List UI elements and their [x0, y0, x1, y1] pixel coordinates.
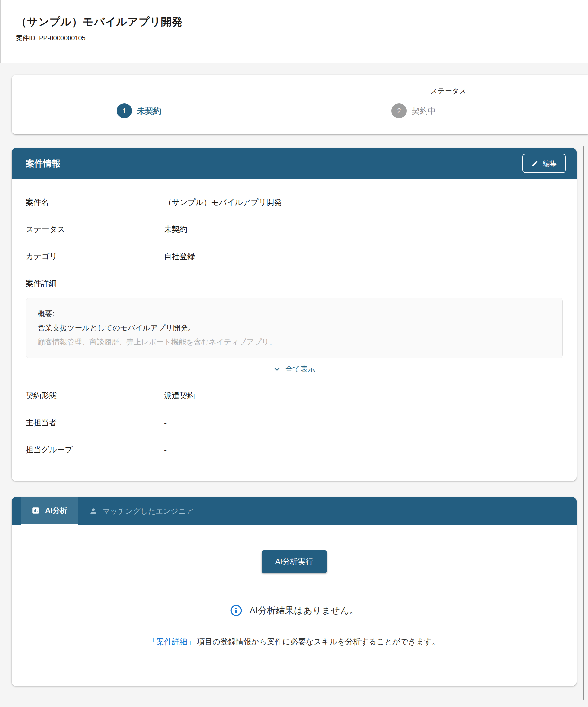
step-1-circle: 1	[117, 103, 132, 119]
edit-button-label: 編集	[543, 159, 557, 168]
field-label: カテゴリ	[26, 251, 164, 262]
step-2-label: 契約中	[412, 105, 436, 116]
detail-line-truncated: 顧客情報管理、商談履歴、売上レポート機能を含むネイティブアプリ。	[38, 335, 551, 349]
field-label: 主担当者	[26, 417, 164, 428]
pencil-icon	[531, 160, 538, 167]
stepper-label: ステータス	[430, 86, 466, 96]
stepper-row: 1 未契約 2 契約中	[117, 103, 588, 119]
hint-row: 「案件詳細」項目の登録情報から案件に必要なスキルを分析することができます。	[149, 637, 439, 647]
stepper-connector	[446, 111, 588, 111]
step-2-circle: 2	[391, 103, 406, 119]
panel-title: 案件情報	[26, 158, 522, 169]
field-label: 契約形態	[26, 390, 164, 401]
detail-box: 概要: 営業支援ツールとしてのモバイルアプリ開発。 顧客情報管理、商談履歴、売上…	[26, 298, 563, 358]
project-info-body: 案件名 （サンプル）モバイルアプリ開発 ステータス 未契約 カテゴリ 自社登録 …	[11, 179, 577, 481]
analytics-icon	[32, 506, 40, 515]
detail-line: 営業支援ツールとしてのモバイルアプリ開発。	[38, 321, 551, 335]
field-row-contract-type: 契約形態 派遣契約	[26, 390, 563, 401]
field-row-status: ステータス 未契約	[26, 224, 563, 235]
tab-ai-analysis[interactable]: AI分析	[21, 497, 78, 525]
hint-text: 項目の登録情報から案件に必要なスキルを分析することができます。	[197, 637, 439, 646]
ai-analysis-tab-body: AI分析実行 AI分析結果はありません。 「案件詳細」項目の登録情報から案件に必…	[11, 525, 577, 647]
scrollbar-thumb[interactable]	[583, 146, 584, 700]
field-row-category: カテゴリ 自社登録	[26, 251, 563, 262]
tab-matched-engineers[interactable]: マッチングしたエンジニア	[78, 497, 204, 525]
field-label: 担当グループ	[26, 444, 164, 455]
field-value: 派遣契約	[164, 390, 563, 401]
info-icon	[230, 604, 242, 617]
step-1-label[interactable]: 未契約	[137, 105, 161, 116]
show-all-label: 全て表示	[285, 364, 315, 374]
tab-bar: AI分析 マッチングしたエンジニア	[11, 497, 577, 525]
field-row-group: 担当グループ -	[26, 444, 563, 455]
show-all-link[interactable]: 全て表示	[26, 364, 563, 374]
field-row-main-person: 主担当者 -	[26, 417, 563, 428]
page-header: （サンプル）モバイルアプリ開発 案件ID: PP-0000000105	[0, 0, 588, 63]
case-id: 案件ID: PP-0000000105	[16, 34, 588, 42]
field-value: 自社登録	[164, 251, 563, 262]
detail-line: 概要:	[38, 307, 551, 321]
detail-section: 案件詳細 概要: 営業支援ツールとしてのモバイルアプリ開発。 顧客情報管理、商談…	[26, 278, 563, 374]
field-value: 未契約	[164, 224, 563, 235]
page-title: （サンプル）モバイルアプリ開発	[16, 15, 588, 29]
field-row-name: 案件名 （サンプル）モバイルアプリ開発	[26, 197, 563, 208]
field-value: -	[164, 444, 563, 455]
person-icon	[89, 507, 97, 515]
field-label: ステータス	[26, 224, 164, 235]
empty-result-text: AI分析結果はありません。	[249, 604, 358, 617]
field-label: 案件名	[26, 197, 164, 208]
detail-field-link[interactable]: 「案件詳細」	[149, 637, 195, 646]
field-value: （サンプル）モバイルアプリ開発	[164, 197, 563, 208]
chevron-down-icon	[273, 365, 281, 373]
field-value: -	[164, 417, 563, 428]
page: （サンプル）モバイルアプリ開発 案件ID: PP-0000000105 ステータ…	[0, 0, 588, 707]
stepper-connector	[170, 111, 383, 111]
detail-label: 案件詳細	[26, 278, 563, 289]
edit-button[interactable]: 編集	[522, 154, 566, 173]
status-stepper-card: ステータス 1 未契約 2 契約中	[11, 75, 588, 134]
tab-label: AI分析	[45, 506, 67, 516]
project-info-header: 案件情報 編集	[11, 148, 577, 179]
empty-result-message: AI分析結果はありません。	[230, 604, 358, 617]
run-ai-analysis-button[interactable]: AI分析実行	[262, 550, 327, 573]
project-info-panel: 案件情報 編集 案件名 （サンプル）モバイルアプリ開発 ステータス 未契約 カテ…	[11, 148, 577, 481]
ai-analysis-panel: AI分析 マッチングしたエンジニア AI分析実行 AI分析結果はありません。 「…	[11, 497, 577, 686]
tab-label: マッチングしたエンジニア	[103, 506, 193, 516]
